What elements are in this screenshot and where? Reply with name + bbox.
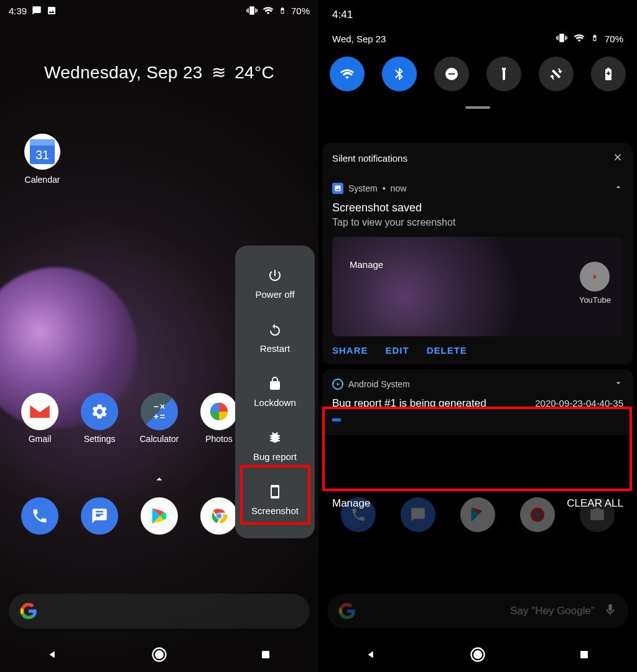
bug-notif-title: Bug report #1 is being generated [332, 397, 486, 410]
system-image-icon [332, 183, 343, 194]
qs-battery-saver[interactable] [591, 57, 626, 91]
google-search-bar[interactable]: Say "Hey Google" [327, 594, 628, 628]
nav-recent[interactable] [565, 649, 603, 660]
left-screenshot: 4:39 70% Wednesday, Sep 23 ≋ 24°C [0, 0, 318, 672]
calendar-icon: 31 [24, 134, 60, 170]
nav-recent[interactable] [247, 649, 284, 660]
google-search-bar[interactable] [9, 594, 310, 628]
play-icon [141, 497, 178, 535]
screenshot-preview[interactable]: Manage YouTube [332, 237, 623, 336]
clear-all-button[interactable]: CLEAR ALL [567, 497, 623, 510]
battery-pct: 70% [291, 6, 310, 16]
phone-icon [21, 497, 58, 535]
android-system-icon [332, 379, 343, 390]
phone-app[interactable] [15, 497, 65, 535]
chevron-down-icon[interactable] [613, 378, 623, 390]
youtube-icon [580, 262, 610, 292]
restart-button[interactable]: Restart [235, 311, 315, 365]
qs-dnd[interactable] [434, 57, 469, 91]
messages-icon [81, 497, 118, 535]
qs-autorotate[interactable] [539, 57, 574, 91]
manage-button[interactable]: Manage [332, 497, 370, 510]
google-hint: Say "Hey Google" [356, 605, 595, 617]
bug-report-notification[interactable]: Android System Bug report #1 is being ge… [322, 369, 633, 435]
lockdown-button[interactable]: Lockdown [235, 365, 315, 419]
notif-body: Tap to view your screenshot [332, 217, 623, 228]
vibrate-icon [246, 5, 258, 16]
quick-settings-row [318, 53, 637, 99]
qs-flashlight[interactable] [486, 57, 521, 91]
app-drawer-handle[interactable] [152, 472, 166, 489]
battery-icon [279, 5, 286, 16]
svg-point-3 [217, 514, 221, 518]
calculator-icon: −×+= [141, 393, 178, 430]
power-menu: Power off Restart Lockdown Bug report Sc… [235, 246, 315, 538]
nav-bar [0, 637, 318, 672]
edit-button[interactable]: EDIT [386, 345, 409, 356]
svg-rect-12 [580, 651, 588, 658]
nav-home[interactable] [141, 646, 178, 663]
shade-handle[interactable] [465, 106, 490, 109]
widget-temp: 24°C [235, 63, 274, 82]
screenshot-button[interactable]: Screenshot [235, 473, 315, 527]
calculator-app[interactable]: −×+= Calculator [134, 393, 184, 444]
gear-icon [81, 393, 118, 430]
screenshot-icon [267, 484, 282, 499]
nav-home[interactable] [459, 646, 496, 663]
notif-time: now [391, 183, 407, 193]
settings-app[interactable]: Settings [75, 393, 124, 444]
nav-back[interactable] [34, 648, 72, 661]
battery-pct: 70% [605, 34, 623, 44]
power-off-button[interactable]: Power off [235, 257, 315, 311]
wifi-icon [263, 5, 274, 16]
notif-app-name: System [348, 183, 378, 193]
shade-time: 4:41 [332, 9, 353, 21]
restart-icon [267, 322, 282, 337]
messages-app[interactable] [75, 497, 124, 535]
image-status-icon [47, 6, 57, 16]
notification-shade: 4:41 Wed, Sep 23 70% [318, 0, 637, 117]
chrome-icon [200, 497, 238, 535]
svg-point-9 [535, 512, 540, 517]
power-icon [267, 268, 282, 283]
vibrate-icon [556, 32, 567, 45]
date-weather-widget[interactable]: Wednesday, Sep 23 ≋ 24°C [0, 62, 318, 83]
svg-point-5 [156, 651, 163, 658]
gmail-app[interactable]: Gmail [15, 393, 65, 444]
status-time: 4:39 [9, 6, 27, 16]
google-icon [338, 602, 356, 620]
qs-wifi[interactable] [330, 57, 365, 91]
svg-point-11 [474, 651, 481, 658]
qs-bluetooth[interactable] [382, 57, 417, 91]
status-bar: 4:39 70% [0, 0, 318, 21]
notif-title: Screenshot saved [332, 201, 623, 214]
manage-label: Manage [350, 259, 383, 270]
play-store-app[interactable] [134, 497, 184, 535]
chevron-up-icon[interactable] [613, 182, 623, 194]
mic-icon[interactable] [603, 603, 617, 619]
bug-notif-timestamp: 2020-09-23-04-40-35 [535, 398, 623, 408]
msg-status-icon [32, 6, 42, 16]
bug-icon [267, 430, 282, 445]
battery-icon [591, 32, 598, 45]
progress-indicator [332, 418, 341, 421]
youtube-app: YouTube [579, 262, 611, 305]
gmail-icon [21, 393, 58, 430]
bug-report-button[interactable]: Bug report [235, 419, 315, 473]
google-icon [20, 602, 37, 620]
calendar-app[interactable]: 31 Calendar [20, 134, 65, 185]
svg-point-7 [337, 383, 338, 385]
svg-rect-6 [262, 651, 269, 658]
share-button[interactable]: SHARE [332, 345, 368, 356]
silent-notifications-header[interactable]: Silent notifications [322, 143, 633, 173]
shade-date: Wed, Sep 23 [332, 34, 386, 44]
right-screenshot: 4:41 Wed, Sep 23 70% Silent notification… [318, 0, 637, 672]
nav-bar [318, 637, 637, 672]
nav-back[interactable] [353, 648, 390, 661]
delete-button[interactable]: DELETE [427, 345, 467, 356]
notif-app-name: Android System [348, 379, 410, 389]
lock-icon [267, 376, 282, 391]
screenshot-notification[interactable]: System • now Screenshot saved Tap to vie… [322, 173, 633, 364]
photos-icon [200, 393, 238, 430]
close-icon[interactable] [612, 152, 623, 165]
